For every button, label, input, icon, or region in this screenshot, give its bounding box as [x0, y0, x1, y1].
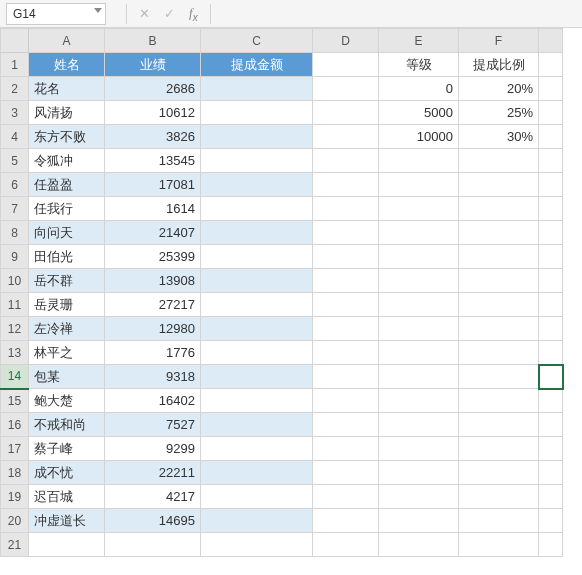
cell-ratio[interactable]: 25%: [459, 101, 539, 125]
cell-perf[interactable]: 3826: [105, 125, 201, 149]
empty-cell[interactable]: [313, 509, 379, 533]
empty-cell[interactable]: [459, 485, 539, 509]
cell-name[interactable]: 令狐冲: [29, 149, 105, 173]
cell-comm[interactable]: [201, 437, 313, 461]
empty-cell[interactable]: [313, 245, 379, 269]
cell-comm[interactable]: [201, 509, 313, 533]
empty-cell[interactable]: [539, 533, 563, 557]
empty-cell[interactable]: [379, 437, 459, 461]
empty-cell[interactable]: [379, 461, 459, 485]
cell-name[interactable]: 任我行: [29, 197, 105, 221]
row-header[interactable]: 18: [1, 461, 29, 485]
cell-perf[interactable]: 21407: [105, 221, 201, 245]
cell-name[interactable]: 任盈盈: [29, 173, 105, 197]
row-header[interactable]: 16: [1, 413, 29, 437]
empty-cell[interactable]: [313, 197, 379, 221]
select-all-corner[interactable]: [1, 29, 29, 53]
empty-cell[interactable]: [379, 365, 459, 389]
cell-name[interactable]: 田伯光: [29, 245, 105, 269]
cell-comm[interactable]: [201, 317, 313, 341]
cell-perf[interactable]: 17081: [105, 173, 201, 197]
empty-cell[interactable]: [379, 509, 459, 533]
cell-perf[interactable]: 1614: [105, 197, 201, 221]
empty-cell[interactable]: [313, 485, 379, 509]
fx-icon[interactable]: fx: [189, 5, 198, 23]
empty-cell[interactable]: [313, 221, 379, 245]
name-box[interactable]: G14: [6, 3, 106, 25]
empty-cell[interactable]: [459, 197, 539, 221]
empty-cell[interactable]: [539, 101, 563, 125]
empty-cell[interactable]: [313, 341, 379, 365]
cell-perf[interactable]: 12980: [105, 317, 201, 341]
cell-comm[interactable]: [201, 269, 313, 293]
empty-cell[interactable]: [459, 173, 539, 197]
empty-cell[interactable]: [313, 293, 379, 317]
empty-cell[interactable]: [539, 389, 563, 413]
cell-perf[interactable]: 1776: [105, 341, 201, 365]
cell-perf[interactable]: 13545: [105, 149, 201, 173]
row-header[interactable]: 20: [1, 509, 29, 533]
row-header[interactable]: 21: [1, 533, 29, 557]
row-header[interactable]: 17: [1, 437, 29, 461]
header-name[interactable]: 姓名: [29, 53, 105, 77]
row-header[interactable]: 9: [1, 245, 29, 269]
empty-cell[interactable]: [539, 53, 563, 77]
empty-cell[interactable]: [539, 317, 563, 341]
row-header[interactable]: 5: [1, 149, 29, 173]
cell-comm[interactable]: [201, 101, 313, 125]
row-header[interactable]: 15: [1, 389, 29, 413]
row-header[interactable]: 10: [1, 269, 29, 293]
cell-comm[interactable]: [201, 125, 313, 149]
cell-comm[interactable]: [201, 413, 313, 437]
empty-cell[interactable]: [459, 269, 539, 293]
empty-cell[interactable]: [539, 245, 563, 269]
cell-comm[interactable]: [201, 173, 313, 197]
empty-cell[interactable]: [459, 461, 539, 485]
cell-name[interactable]: 迟百城: [29, 485, 105, 509]
cell-ratio[interactable]: 20%: [459, 77, 539, 101]
empty-cell[interactable]: [313, 269, 379, 293]
empty-cell[interactable]: [459, 293, 539, 317]
cell-name[interactable]: 向问天: [29, 221, 105, 245]
cell-comm[interactable]: [201, 461, 313, 485]
cell-perf[interactable]: 22211: [105, 461, 201, 485]
row-header[interactable]: 11: [1, 293, 29, 317]
empty-cell[interactable]: [539, 269, 563, 293]
cell-ratio[interactable]: 30%: [459, 125, 539, 149]
empty-cell[interactable]: [539, 413, 563, 437]
empty-cell[interactable]: [201, 533, 313, 557]
cell-name[interactable]: 鲍大楚: [29, 389, 105, 413]
empty-cell[interactable]: [379, 485, 459, 509]
cell-name[interactable]: 不戒和尚: [29, 413, 105, 437]
empty-cell[interactable]: [313, 413, 379, 437]
header-perf[interactable]: 业绩: [105, 53, 201, 77]
row-header[interactable]: 19: [1, 485, 29, 509]
row-header[interactable]: 3: [1, 101, 29, 125]
empty-cell[interactable]: [459, 221, 539, 245]
cell-perf[interactable]: 10612: [105, 101, 201, 125]
empty-cell[interactable]: [379, 389, 459, 413]
empty-cell[interactable]: [379, 245, 459, 269]
cell-comm[interactable]: [201, 365, 313, 389]
empty-cell[interactable]: [379, 221, 459, 245]
row-header[interactable]: 14: [1, 365, 29, 389]
cell-name[interactable]: 岳灵珊: [29, 293, 105, 317]
empty-cell[interactable]: [105, 533, 201, 557]
cell-comm[interactable]: [201, 485, 313, 509]
cell-perf[interactable]: 27217: [105, 293, 201, 317]
cell-comm[interactable]: [201, 221, 313, 245]
cell-level[interactable]: 0: [379, 77, 459, 101]
empty-cell[interactable]: [459, 149, 539, 173]
cell-perf[interactable]: 9299: [105, 437, 201, 461]
cell-perf[interactable]: 25399: [105, 245, 201, 269]
cell-comm[interactable]: [201, 149, 313, 173]
empty-cell[interactable]: [379, 317, 459, 341]
empty-cell[interactable]: [379, 533, 459, 557]
empty-cell[interactable]: [313, 149, 379, 173]
empty-cell[interactable]: [539, 125, 563, 149]
cell-comm[interactable]: [201, 77, 313, 101]
empty-cell[interactable]: [313, 101, 379, 125]
row-header[interactable]: 13: [1, 341, 29, 365]
empty-cell[interactable]: [459, 245, 539, 269]
cell-perf[interactable]: 9318: [105, 365, 201, 389]
